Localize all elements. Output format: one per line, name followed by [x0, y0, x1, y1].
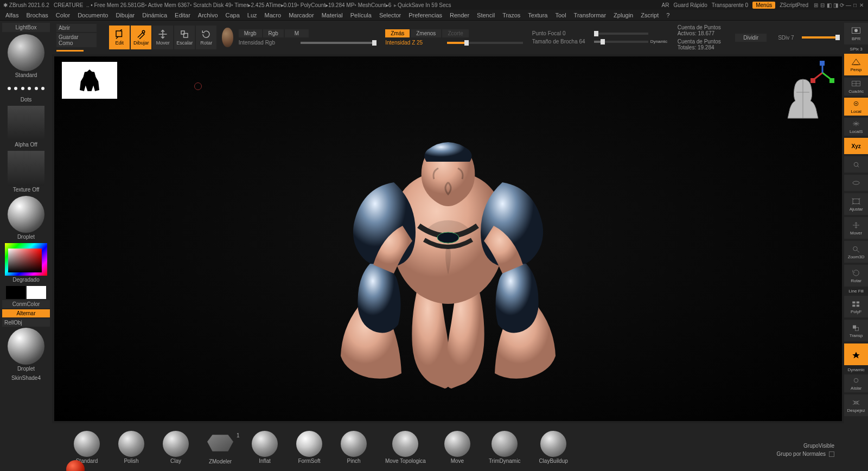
grupo-normales-button[interactable]: Grupo por Normales — [777, 451, 826, 457]
menu-luz[interactable]: Luz — [247, 12, 257, 18]
conmcolor-button[interactable]: ConmColor — [2, 300, 50, 308]
menu-dinámica[interactable]: Dinámica — [142, 12, 167, 18]
rotate-mode-button[interactable]: Rotar — [196, 26, 216, 49]
menu-preferencias[interactable]: Preferencias — [409, 12, 442, 18]
aislar-button[interactable]: Aislar — [844, 374, 868, 392]
menu-textura[interactable]: Textura — [528, 12, 547, 18]
menu-dibujar[interactable]: Dibujar — [116, 12, 135, 18]
saveas-button[interactable]: Guardar Como — [56, 33, 97, 47]
persp-button[interactable]: Persp — [844, 54, 868, 75]
brush-move-topologica[interactable]: Move Topologica — [385, 431, 426, 464]
project-slider[interactable] — [56, 50, 84, 52]
zcut-button[interactable]: Zcorte — [442, 29, 468, 37]
ajustar-button[interactable]: Ajustar — [844, 193, 868, 215]
locals-button[interactable]: LocalS — [844, 118, 868, 136]
color-swatches[interactable] — [6, 286, 46, 299]
menu-stencil[interactable]: Stencil — [477, 12, 495, 18]
menu-documento[interactable]: Documento — [78, 12, 108, 18]
menu-tool[interactable]: Tool — [555, 12, 566, 18]
gizmo-rotar-button[interactable]: Rotar — [844, 265, 868, 287]
edit-mode-button[interactable]: Edit — [109, 26, 130, 49]
stroke-dots-thumb[interactable] — [8, 81, 44, 96]
color-picker[interactable] — [5, 243, 47, 276]
window-icons[interactable]: ⊞⊟◧◨⟳—□✕ — [813, 2, 865, 8]
menu-macro[interactable]: Macro — [265, 12, 282, 18]
brush-trimdynamic[interactable]: TrimDynamic — [489, 431, 521, 464]
zoom3d-button[interactable]: Zoom3D — [844, 241, 868, 263]
spin-button[interactable] — [844, 175, 868, 191]
menu-zscript[interactable]: Zscript — [641, 12, 659, 18]
q-button[interactable] — [844, 156, 868, 173]
material-droplet-thumb[interactable] — [8, 196, 44, 233]
menu-color[interactable]: Color — [56, 12, 70, 18]
lightbox-button[interactable]: LightBox — [2, 23, 50, 32]
creature-mesh[interactable] — [312, 112, 584, 394]
z-intensity-slider[interactable] — [447, 42, 523, 44]
menu-archivo[interactable]: Archivo — [198, 12, 218, 18]
menu-capa[interactable]: Capa — [226, 12, 240, 18]
menu-trazos[interactable]: Trazos — [502, 12, 520, 18]
menu-selector[interactable]: Selector — [379, 12, 401, 18]
divide-button[interactable]: Dividir — [735, 34, 767, 42]
material2-thumb[interactable] — [8, 328, 44, 365]
zadd-button[interactable]: Zmás — [385, 29, 410, 37]
despejez-button[interactable]: Despejez — [844, 394, 868, 416]
menu-render[interactable]: Render — [450, 12, 469, 18]
local-button[interactable]: Local — [844, 98, 868, 116]
spix-label[interactable]: SPix 3 — [850, 47, 863, 52]
brush-move[interactable]: Move — [444, 431, 470, 464]
ar-button[interactable]: AR — [662, 2, 669, 8]
scale-mode-button[interactable]: Escalar — [174, 26, 195, 49]
menu-zplugin[interactable]: Zplugin — [614, 12, 633, 18]
menu-marcador[interactable]: Marcador — [289, 12, 314, 18]
viewport[interactable] — [54, 56, 842, 421]
brush-clay[interactable]: Clay — [163, 431, 189, 464]
menu-editar[interactable]: Editar — [175, 12, 190, 18]
menu-material[interactable]: Material — [322, 12, 343, 18]
reference-thumb[interactable] — [62, 62, 117, 99]
zscriptpred-button[interactable]: ZScriptPred — [780, 2, 808, 8]
grupovisible-button[interactable]: GrupoVisible — [803, 443, 834, 449]
open-button[interactable]: Abrir — [56, 24, 97, 32]
brush-claybuildup[interactable]: ClayBuildup — [539, 431, 567, 464]
m-button[interactable]: M — [285, 29, 309, 37]
cuadric-button[interactable]: Cuadric — [844, 78, 868, 96]
grupo-normales-check[interactable] — [829, 451, 834, 457]
brush-size-slider[interactable] — [594, 41, 648, 43]
focal-slider[interactable] — [594, 33, 648, 35]
transparente-button[interactable]: Transparente 0 — [712, 2, 748, 8]
menus-toggle[interactable]: Menús — [752, 2, 775, 9]
dynamic-label[interactable]: Dynamic — [650, 39, 667, 44]
solo-custom-button[interactable] — [844, 343, 868, 365]
sdiv-slider[interactable] — [802, 36, 840, 39]
move-mode-button[interactable]: Mover — [152, 26, 173, 49]
rellobj-button[interactable]: RellObj — [2, 319, 50, 327]
gizmo-mover-button[interactable]: Mover — [844, 217, 868, 239]
rgb-intensity-slider[interactable] — [301, 42, 376, 44]
menu-?[interactable]: ? — [666, 12, 669, 18]
brush-zmodeler[interactable]: 1ZModeler — [207, 430, 233, 464]
texture-thumb[interactable] — [8, 151, 44, 186]
xyz-button[interactable]: Xyz — [844, 138, 868, 154]
menu-película[interactable]: Película — [350, 12, 372, 18]
zsub-button[interactable]: Zmenos — [411, 29, 441, 37]
brush-standard[interactable]: Standard — [74, 431, 100, 464]
active-material-swatch[interactable] — [222, 28, 233, 47]
brush-pinch[interactable]: Pinch — [341, 431, 367, 464]
brush-standard-thumb[interactable] — [8, 34, 44, 71]
transp-button[interactable]: Transp — [844, 320, 868, 341]
nav-head-gizmo[interactable] — [786, 76, 820, 119]
polyf-button[interactable]: PolyF — [844, 296, 868, 317]
alternar-button[interactable]: Alternar — [2, 309, 50, 317]
rgb-button[interactable]: Rgb — [263, 29, 284, 37]
menu-alfas[interactable]: Alfas — [5, 12, 18, 18]
menu-brochas[interactable]: Brochas — [26, 12, 48, 18]
brush-polish[interactable]: Polish — [118, 431, 144, 464]
draw-mode-button[interactable]: Dibujar — [131, 26, 151, 49]
brush-inflat[interactable]: Inflat — [252, 431, 278, 464]
mrgb-button[interactable]: Mrgb — [239, 29, 262, 37]
brush-formsoft[interactable]: FormSoft — [296, 431, 322, 464]
alpha-thumb[interactable] — [8, 106, 44, 141]
bpr-button[interactable]: BPR — [844, 23, 868, 44]
menu-transformar[interactable]: Transformar — [574, 12, 607, 18]
